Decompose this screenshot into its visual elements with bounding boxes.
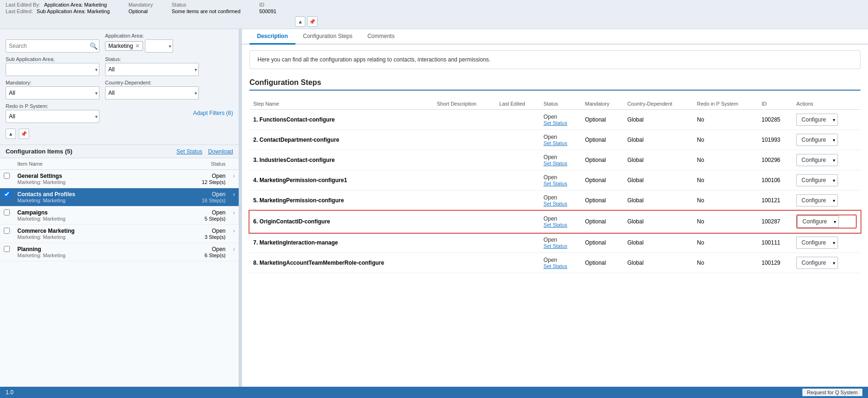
configure-dropdown-button[interactable]: ▾	[830, 237, 838, 249]
config-list-item[interactable]: General Settings Marketing: Marketing Op…	[0, 170, 239, 188]
configure-dropdown-button[interactable]: ▾	[830, 174, 838, 186]
configure-dropdown-button[interactable]: ▾	[830, 257, 838, 269]
step-id: 100106	[758, 170, 793, 191]
set-status-link[interactable]: Set Status	[543, 222, 578, 228]
app-area-chip-remove[interactable]: ✕	[135, 43, 140, 49]
set-status-link[interactable]: Set Status	[176, 148, 202, 155]
mandatory-filter-select[interactable]: All	[6, 86, 99, 100]
tab-description[interactable]: Description	[249, 29, 295, 45]
configure-button[interactable]: Configure	[797, 215, 831, 228]
row-checkbox[interactable]	[4, 209, 10, 215]
row-checkbox[interactable]	[4, 246, 10, 252]
id-value: 500091	[259, 8, 277, 14]
configure-button[interactable]: Configure	[796, 154, 830, 166]
tab-configuration-steps[interactable]: Configuration Steps	[295, 29, 360, 45]
item-steps: 16 Step(s)	[163, 198, 226, 203]
step-last-edited	[496, 150, 540, 170]
download-link[interactable]: Download	[208, 148, 233, 155]
adapt-filters-link[interactable]: Adapt Filters (6)	[193, 110, 233, 116]
configure-dropdown-button[interactable]: ▾	[830, 154, 838, 166]
collapse-topbar-button[interactable]: ▲	[295, 16, 305, 27]
set-status-link[interactable]: Set Status	[543, 161, 578, 166]
id-label: ID	[259, 2, 277, 8]
row-checkbox[interactable]	[4, 173, 10, 179]
set-status-link[interactable]: Set Status	[543, 263, 578, 269]
step-status: Open Set Status	[540, 170, 581, 191]
top-bar: Last Edited By: Application Area: Market…	[0, 0, 868, 29]
step-country-dep: Global	[624, 110, 694, 130]
step-redo-p: No	[693, 170, 758, 191]
pin-topbar-button[interactable]: 📌	[307, 16, 317, 27]
search-input[interactable]	[6, 39, 99, 53]
request-q-system-button[interactable]: Request for Q System	[802, 389, 862, 396]
step-mandatory: Optional	[581, 211, 623, 233]
configure-button[interactable]: Configure	[796, 114, 830, 126]
step-id: 100121	[758, 191, 793, 211]
last-edited-value: Sub Application Area: Marketing	[37, 8, 110, 14]
configure-button[interactable]: Configure	[796, 174, 830, 186]
set-status-link[interactable]: Set Status	[543, 120, 578, 126]
search-button[interactable]: 🔍	[90, 42, 98, 50]
configure-dropdown-button[interactable]: ▾	[830, 134, 838, 146]
configure-button[interactable]: Configure	[796, 194, 830, 207]
step-actions: Configure ▾	[793, 211, 860, 233]
row-checkbox[interactable]	[4, 228, 10, 234]
configure-button[interactable]: Configure	[796, 237, 830, 249]
step-id: 100296	[758, 150, 793, 170]
configure-dropdown-button[interactable]: ▾	[831, 215, 839, 228]
step-actions: Configure ▾	[793, 150, 860, 170]
step-name: 5. MarketingPermission-configure	[249, 191, 433, 211]
row-checkbox[interactable]	[4, 191, 10, 197]
pin-filters-button[interactable]: 📌	[19, 129, 29, 139]
step-actions: Configure ▾	[793, 130, 860, 150]
set-status-link[interactable]: Set Status	[543, 181, 578, 186]
tab-comments[interactable]: Comments	[360, 29, 402, 45]
config-list-item[interactable]: Planning Marketing: Marketing Open 6 Ste…	[0, 243, 239, 261]
step-name: 2. ContactDepartment-configure	[249, 130, 433, 150]
country-dep-select[interactable]: All	[105, 86, 199, 100]
config-list-item[interactable]: Commerce Marketing Marketing: Marketing …	[0, 225, 239, 243]
status-filter-select[interactable]: All	[105, 63, 199, 76]
right-panel: DescriptionConfiguration StepsComments H…	[242, 29, 868, 387]
item-name: Contacts and Profiles	[17, 191, 156, 198]
step-status: Open Set Status	[540, 233, 581, 253]
item-name: Campaigns	[17, 209, 156, 216]
status-label: Status	[172, 2, 241, 8]
item-status: Open 3 Step(s)	[159, 225, 229, 243]
config-list-item[interactable]: Campaigns Marketing: Marketing Open 5 St…	[0, 207, 239, 225]
set-status-link[interactable]: Set Status	[543, 243, 578, 249]
country-dep-group: Country-Dependent: All	[105, 80, 199, 100]
item-status: Open 12 Step(s)	[159, 170, 229, 188]
collapse-filters-button[interactable]: ▲	[6, 129, 16, 139]
set-status-link[interactable]: Set Status	[543, 201, 578, 207]
item-steps: 12 Step(s)	[163, 179, 226, 185]
config-list-item[interactable]: Contacts and Profiles Marketing: Marketi…	[0, 188, 239, 207]
step-country-dep: Global	[624, 150, 694, 170]
redo-select[interactable]: All	[6, 110, 99, 123]
configure-button[interactable]: Configure	[796, 134, 830, 146]
app-area-select[interactable]	[145, 39, 173, 53]
step-row: 4. MarketingPermission-configure1 Open S…	[249, 170, 860, 191]
step-actions: Configure ▾	[793, 233, 860, 253]
arrow-icon: ›	[229, 188, 239, 207]
sub-app-area-group: Sub Application Area:	[6, 56, 99, 76]
configure-dropdown-button[interactable]: ▾	[830, 194, 838, 207]
step-mandatory: Optional	[581, 191, 623, 211]
configure-button[interactable]: Configure	[796, 257, 830, 269]
step-name: 7. MarketingInteraction-manage	[249, 233, 433, 253]
sub-app-area-select[interactable]	[6, 63, 99, 76]
arrow-icon: ›	[229, 170, 239, 188]
set-status-link[interactable]: Set Status	[543, 140, 578, 146]
step-status: Open Set Status	[540, 150, 581, 170]
config-list-actions: Set Status Download	[176, 148, 233, 155]
configure-dropdown-button[interactable]: ▾	[830, 114, 838, 126]
step-short-desc	[433, 191, 496, 211]
step-mandatory: Optional	[581, 110, 623, 130]
bottom-bar: 1.0 Request for Q System	[0, 387, 868, 398]
step-name: 8. MarketingAccountTeamMemberRole-config…	[249, 253, 433, 273]
item-name: Planning	[17, 246, 156, 253]
step-mandatory: Optional	[581, 130, 623, 150]
col-id: ID	[758, 98, 793, 110]
mandatory-value: Optional	[128, 8, 153, 14]
step-redo-p: No	[693, 191, 758, 211]
